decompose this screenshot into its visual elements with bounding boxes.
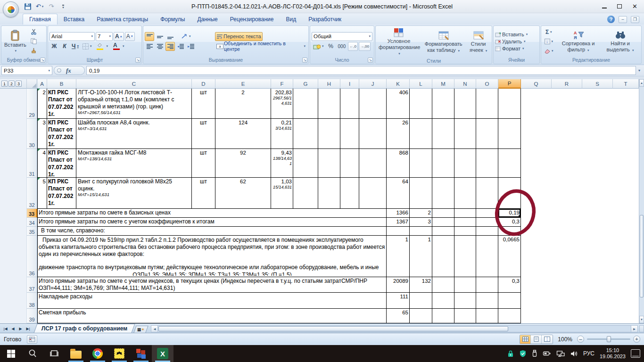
sort-filter-button[interactable]: АЯ Сортировка и фильтр ▾ [557, 29, 600, 53]
align-top-button[interactable] [145, 32, 154, 41]
zoom-in-button[interactable]: + [633, 336, 640, 343]
cell-totals-indexed[interactable]: Итого прямые затраты по смете с учетом и… [37, 277, 387, 293]
cell[interactable] [410, 89, 432, 119]
autosum-button[interactable]: Σ▾ [543, 27, 555, 36]
cell[interactable] [293, 178, 318, 209]
cell-k36[interactable]: 1 [387, 236, 410, 277]
column-header-A[interactable]: A [37, 79, 47, 89]
column-header-S[interactable]: S [582, 79, 613, 89]
cell[interactable] [454, 209, 476, 218]
copy-button[interactable] [29, 37, 39, 46]
taskbar-clock[interactable]: 15:10 19.06.2023 [600, 347, 626, 360]
cell-c32[interactable]: Винт с полукруглой головкой М8х25 оцинк.… [76, 178, 192, 209]
cell-k39[interactable]: 65 [387, 309, 410, 323]
cut-button[interactable] [29, 27, 39, 36]
decrease-decimal-button[interactable]: →,00 [359, 42, 371, 51]
align-bottom-button[interactable] [165, 32, 175, 41]
cell-e30[interactable]: 124 [215, 119, 271, 149]
decrease-indent-button[interactable]: ◂ [176, 42, 185, 51]
percent-button[interactable]: % [326, 42, 336, 51]
conditional-formatting-button[interactable]: Условное форматирование ▾ [377, 27, 421, 57]
cell-totals-basic[interactable]: Итого прямые затраты по смете в базисных… [37, 209, 387, 218]
page-break-view-button[interactable] [542, 335, 553, 344]
cell-e31[interactable]: 92 [215, 149, 271, 178]
cell-e32[interactable]: 62 [215, 178, 271, 209]
cell-d32[interactable]: шт [192, 178, 215, 209]
cell[interactable] [318, 178, 340, 209]
tab-Главная[interactable]: Главная [23, 14, 58, 25]
cell-k29[interactable]: 406 [387, 89, 410, 119]
underline-button[interactable]: Ч▾ [70, 42, 80, 51]
cell[interactable] [318, 89, 340, 119]
cell[interactable] [498, 89, 521, 119]
outline-level-3-button[interactable]: 3 [16, 81, 22, 87]
scroll-left-button[interactable]: ◀ [151, 326, 158, 332]
fill-button[interactable]: ↓▾ [543, 37, 555, 46]
format-cells-button[interactable]: Формат▾ [495, 46, 538, 51]
scroll-up-button[interactable]: ▲ [639, 79, 644, 87]
formula-input[interactable]: 0,19 [86, 66, 636, 75]
cell-p37[interactable]: 0,3 [498, 277, 521, 293]
taskbar-chrome-button[interactable] [87, 345, 108, 362]
usb-tray-icon[interactable] [532, 350, 537, 357]
cell-k38[interactable]: 111 [387, 293, 410, 309]
taskbar-thebat-button[interactable] [108, 345, 130, 362]
wrap-text-button[interactable]: Перенос текста [215, 32, 263, 41]
row-header-29[interactable]: 29 [27, 89, 37, 119]
row-header-35[interactable]: 35 [27, 227, 37, 236]
column-header-B[interactable]: B [47, 79, 76, 89]
cell[interactable] [476, 277, 498, 293]
row-header-36[interactable]: 36 [27, 236, 37, 277]
font-dialog-launcher[interactable]: ↘ [135, 58, 140, 63]
italic-button[interactable]: К [60, 42, 69, 51]
cell-k34[interactable]: 1367 [387, 218, 410, 227]
tab-Формулы[interactable]: Формулы [154, 14, 191, 25]
cell-l37[interactable]: 132 [410, 277, 432, 293]
cell[interactable] [454, 218, 476, 227]
cell[interactable] [476, 149, 498, 178]
cell[interactable] [498, 178, 521, 209]
cell-profit[interactable]: Сметная прибыль [37, 309, 387, 323]
cell[interactable] [476, 309, 498, 323]
cell-c30[interactable]: Шайба плоская А8,4 оцинк.МАТ=3/14,631 [76, 119, 192, 149]
thousands-button[interactable]: 000 [337, 42, 347, 51]
borders-button[interactable]: ▾ [81, 42, 93, 51]
zoom-level[interactable]: 100% [558, 336, 572, 343]
row-header-33[interactable]: 33 [27, 209, 37, 218]
cell[interactable] [432, 227, 454, 236]
increase-indent-button[interactable]: ▸ [186, 42, 196, 51]
cell[interactable] [476, 293, 498, 309]
cell[interactable] [410, 227, 432, 236]
workbook-minimize-button[interactable]: – [619, 16, 627, 23]
close-button[interactable]: ✕ [632, 4, 637, 9]
save-button[interactable] [23, 2, 33, 11]
cell-k32[interactable]: 64 [387, 178, 410, 209]
column-header-H[interactable]: H [318, 79, 340, 89]
column-header-F[interactable]: F [271, 79, 293, 89]
insert-worksheet-tab[interactable]: ▦✶ [134, 326, 149, 333]
insert-function-area[interactable]: fx [54, 66, 85, 75]
cell[interactable] [410, 119, 432, 149]
horizontal-scroll-thumb[interactable] [158, 326, 508, 331]
cell-k37[interactable]: 20089 [387, 277, 410, 293]
column-header-I[interactable]: I [340, 79, 359, 89]
column-header-T[interactable]: T [613, 79, 639, 89]
undo-button[interactable]: ↶▾ [34, 2, 45, 11]
expand-formula-bar-button[interactable]: ▾ [636, 68, 643, 73]
cell[interactable] [432, 119, 454, 149]
column-header-M[interactable]: M [432, 79, 454, 89]
column-header-Q[interactable]: Q [521, 79, 552, 89]
first-sheet-button[interactable]: |◀ [2, 325, 9, 332]
sheet-tab-active[interactable]: ЛСР 17 граф с оборудованием [34, 324, 135, 333]
cell[interactable] [432, 209, 454, 218]
column-header-G[interactable]: G [293, 79, 318, 89]
cell[interactable] [454, 178, 476, 209]
cell[interactable] [293, 89, 318, 119]
cell-styles-button[interactable]: Стили ячеек ▾ [466, 30, 490, 54]
cell[interactable] [359, 149, 387, 178]
column-header-C[interactable]: C [76, 79, 192, 89]
cell-a32[interactable]: 5 [37, 178, 47, 209]
network-tray-icon[interactable] [556, 350, 565, 357]
cell[interactable] [454, 293, 476, 309]
cell[interactable] [410, 149, 432, 178]
